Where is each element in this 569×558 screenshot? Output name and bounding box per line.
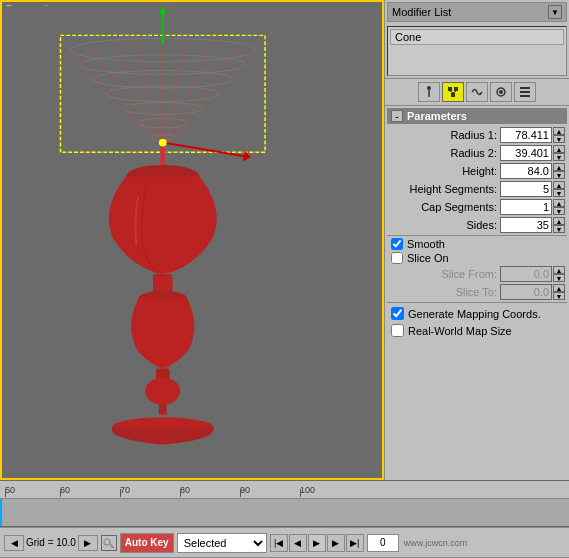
modifier-list-header[interactable]: Modifier List ▼: [387, 2, 567, 22]
ruler-mark-70: 70: [120, 485, 130, 495]
cs-spin-up[interactable]: ▲: [553, 199, 565, 207]
timeline-bar[interactable]: [0, 499, 569, 527]
hs-spin-up[interactable]: ▲: [553, 181, 565, 189]
height-input[interactable]: [500, 163, 552, 179]
grid-inc-btn[interactable]: ▶: [78, 535, 98, 551]
ruler: 50 60 70 80 90 100: [0, 481, 569, 499]
radius1-row: Radius 1: ▲ ▼: [387, 127, 567, 143]
st-spin-down[interactable]: ▼: [553, 292, 565, 300]
st-spin-up[interactable]: ▲: [553, 284, 565, 292]
smooth-row: Smooth: [387, 238, 567, 250]
sides-spin-up[interactable]: ▲: [553, 217, 565, 225]
motion-icon-btn[interactable]: [466, 82, 488, 102]
grid-label: Grid = 10.0: [26, 537, 76, 548]
prev-frame-btn[interactable]: ◀: [289, 534, 307, 552]
play-controls: |◀ ◀ ▶ ▶ ▶|: [270, 534, 364, 552]
utilities-icon-btn[interactable]: [514, 82, 536, 102]
gen-mapping-row: Generate Mapping Coords.: [387, 305, 567, 322]
sides-spin-down[interactable]: ▼: [553, 225, 565, 233]
go-start-btn[interactable]: |◀: [270, 534, 288, 552]
ruler-mark-50: 50: [5, 485, 15, 495]
radius2-spin-up[interactable]: ▲: [553, 145, 565, 153]
viewport[interactable]: Perspective: [0, 0, 384, 480]
slice-to-spinner: ▲ ▼: [553, 284, 565, 300]
sides-input[interactable]: [500, 217, 552, 233]
height-spin-down[interactable]: ▼: [553, 171, 565, 179]
go-end-btn[interactable]: ▶|: [346, 534, 364, 552]
height-spin-up[interactable]: ▲: [553, 163, 565, 171]
svg-point-41: [499, 90, 503, 94]
slice-on-row: Slice On: [387, 252, 567, 264]
hs-spin-down[interactable]: ▼: [553, 189, 565, 197]
height-spinner: ▲ ▼: [553, 163, 565, 179]
grid-dec-btn[interactable]: ◀: [4, 535, 24, 551]
real-world-label[interactable]: Real-World Map Size: [408, 325, 512, 337]
sf-spin-down[interactable]: ▼: [553, 274, 565, 282]
ruler-tick-70: [120, 489, 121, 497]
sf-spin-up[interactable]: ▲: [553, 266, 565, 274]
next-frame-btn[interactable]: ▶: [327, 534, 345, 552]
svg-point-45: [104, 539, 110, 545]
modifier-item-cone[interactable]: Cone: [390, 29, 564, 45]
radius1-spin-down[interactable]: ▼: [553, 135, 565, 143]
slice-to-row: Slice To: ▲ ▼: [387, 284, 567, 300]
hierarchy-icon-btn[interactable]: [442, 82, 464, 102]
sides-label: Sides:: [387, 219, 497, 231]
cap-segments-spinner: ▲ ▼: [553, 199, 565, 215]
svg-rect-35: [448, 87, 452, 91]
pin-icon-btn[interactable]: [418, 82, 440, 102]
display-icon-btn[interactable]: [490, 82, 512, 102]
ruler-marks: 50 60 70 80 90 100: [0, 481, 569, 497]
slice-to-label: Slice To:: [387, 286, 497, 298]
ruler-mark-100: 100: [300, 485, 315, 495]
params-collapse-btn[interactable]: -: [391, 110, 403, 122]
slice-to-input[interactable]: [500, 284, 552, 300]
parameters-section: - Parameters Radius 1: ▲ ▼ Radius 2:: [385, 106, 569, 480]
svg-point-23: [159, 139, 167, 147]
ruler-mark-80: 80: [180, 485, 190, 495]
ruler-tick-90: [240, 489, 241, 497]
modifier-list-dropdown[interactable]: ▼: [548, 5, 562, 19]
slice-from-row: Slice From: ▲ ▼: [387, 266, 567, 282]
height-segments-spinner: ▲ ▼: [553, 181, 565, 197]
radius1-spin-up[interactable]: ▲: [553, 127, 565, 135]
sides-spinner: ▲ ▼: [553, 217, 565, 233]
modifier-list-label: Modifier List: [392, 6, 451, 18]
ruler-tick-50: [5, 489, 6, 497]
top-area: Perspective: [0, 0, 569, 480]
ruler-mark-60: 60: [60, 485, 70, 495]
gen-mapping-label[interactable]: Generate Mapping Coords.: [408, 308, 541, 320]
ruler-tick-100: [300, 489, 301, 497]
svg-point-30: [145, 377, 180, 404]
gen-mapping-checkbox[interactable]: [391, 307, 404, 320]
grid-area: ◀ Grid = 10.0 ▶: [4, 535, 98, 551]
cs-spin-down[interactable]: ▼: [553, 207, 565, 215]
auto-key-btn[interactable]: Auto Key: [120, 533, 174, 553]
smooth-label[interactable]: Smooth: [407, 238, 445, 250]
height-segments-input[interactable]: [500, 181, 552, 197]
radius1-input[interactable]: [500, 127, 552, 143]
frame-input[interactable]: [367, 534, 399, 552]
smooth-checkbox[interactable]: [391, 238, 403, 250]
svg-rect-37: [451, 93, 455, 97]
svg-rect-43: [520, 87, 530, 89]
selected-dropdown[interactable]: Selected: [177, 533, 267, 553]
real-world-checkbox[interactable]: [391, 324, 404, 337]
cap-segments-label: Cap Segments:: [387, 201, 497, 213]
icons-row: [385, 78, 569, 106]
radius2-label: Radius 2:: [387, 147, 497, 159]
slice-on-label[interactable]: Slice On: [407, 252, 449, 264]
radius2-spin-down[interactable]: ▼: [553, 153, 565, 161]
slice-from-input[interactable]: [500, 266, 552, 282]
height-label: Height:: [387, 165, 497, 177]
cap-segments-input[interactable]: [500, 199, 552, 215]
slice-on-checkbox[interactable]: [391, 252, 403, 264]
play-btn[interactable]: ▶: [308, 534, 326, 552]
playhead: [0, 499, 2, 526]
key-icon: [101, 535, 117, 551]
watermark: www.jcwcn.com: [404, 538, 468, 548]
right-panel: Modifier List ▼ Cone: [384, 0, 569, 480]
modifier-list-box[interactable]: Cone: [387, 26, 567, 76]
height-segments-label: Height Segments:: [387, 183, 497, 195]
radius2-input[interactable]: [500, 145, 552, 161]
